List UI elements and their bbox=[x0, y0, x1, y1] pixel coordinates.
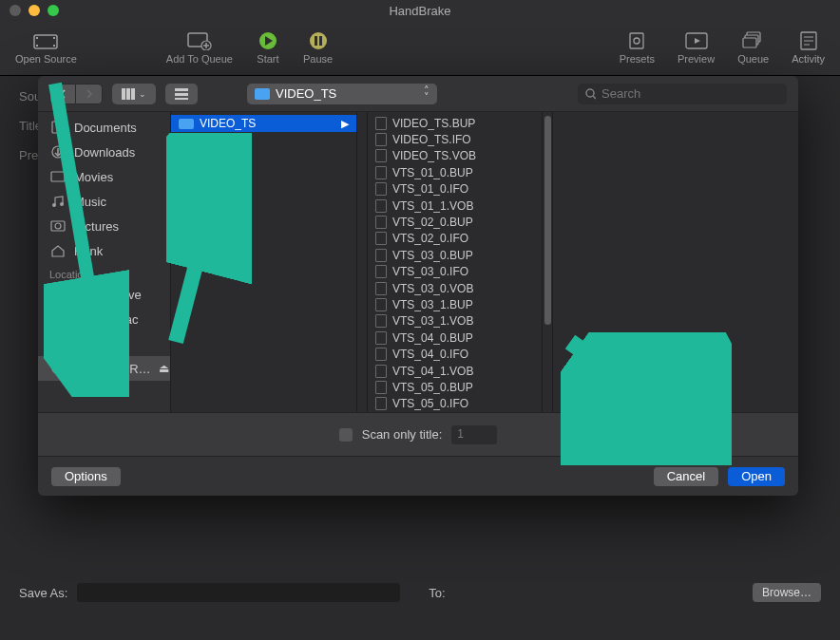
open-button[interactable]: Open bbox=[728, 467, 785, 486]
main-toolbar: Open Source Add To Queue Start Pause Pre… bbox=[0, 21, 840, 76]
column-2-scrollbar[interactable] bbox=[543, 112, 553, 412]
document-icon bbox=[375, 331, 387, 345]
svg-rect-29 bbox=[175, 93, 188, 96]
sidebar-location-item[interactable]: HUNK bbox=[38, 331, 170, 356]
sidebar-item-label: Downloads bbox=[74, 145, 135, 160]
eject-icon[interactable]: ⏏ bbox=[159, 362, 169, 375]
to-label: To: bbox=[429, 586, 445, 600]
svg-rect-27 bbox=[131, 88, 135, 100]
file-name: VIDEO_TS.IFO bbox=[392, 133, 471, 146]
sidebar-item-downloads[interactable]: Downloads bbox=[38, 140, 170, 164]
file-name: VTS_03_1.VOB bbox=[392, 314, 473, 328]
nav-back-button[interactable] bbox=[49, 84, 76, 104]
cancel-button[interactable]: Cancel bbox=[654, 467, 718, 486]
sidebar-item-documents[interactable]: Documents bbox=[38, 115, 170, 140]
preview-button[interactable]: Preview bbox=[666, 31, 726, 65]
file-row[interactable]: VTS_03_1.BUP bbox=[368, 296, 542, 312]
columns-icon bbox=[122, 88, 135, 100]
close-window-icon[interactable] bbox=[10, 5, 21, 16]
svg-rect-43 bbox=[52, 341, 64, 348]
column-1-folder-selected[interactable]: VIDEO_TS ▶ bbox=[171, 115, 356, 132]
group-by-button[interactable] bbox=[165, 84, 198, 104]
sidebar-location-item[interactable]: Hunk's Mac bbox=[38, 307, 170, 331]
column-3[interactable] bbox=[553, 112, 798, 412]
column-2[interactable]: VIDEO_TS.BUPVIDEO_TS.IFOVIDEO_TS.VOBVTS_… bbox=[368, 112, 543, 412]
file-row[interactable]: VTS_01_0.IFO bbox=[368, 181, 542, 198]
sheet-body: DocumentsDownloadsMoviesMusicPicturesHun… bbox=[38, 112, 798, 412]
view-mode-button[interactable]: ⌄ bbox=[112, 84, 156, 104]
open-source-button[interactable]: Open Source bbox=[4, 31, 88, 65]
preview-icon bbox=[684, 31, 709, 50]
file-name: VTS_01_0.IFO bbox=[392, 182, 468, 196]
file-row[interactable]: VTS_05_0.IFO bbox=[368, 396, 542, 412]
path-dropdown[interactable]: VIDEO_TS ˄˅ bbox=[247, 84, 437, 104]
chevron-right-icon: ▶ bbox=[341, 118, 349, 130]
title-bar: HandBrake bbox=[0, 0, 840, 21]
movies-icon bbox=[49, 170, 67, 183]
file-row[interactable]: VTS_03_0.BUP bbox=[368, 247, 542, 263]
file-name: VTS_04_1.VOB bbox=[392, 365, 473, 378]
queue-button[interactable]: Queue bbox=[726, 31, 780, 65]
svg-point-40 bbox=[55, 223, 61, 229]
path-label: VIDEO_TS bbox=[276, 86, 336, 101]
file-row[interactable]: VTS_02_0.IFO bbox=[368, 231, 542, 247]
svg-rect-3 bbox=[53, 37, 55, 39]
file-row[interactable]: VTS_03_0.VOB bbox=[368, 280, 542, 296]
presets-button[interactable]: Presets bbox=[608, 31, 666, 65]
column-1-scrollbar[interactable] bbox=[357, 112, 368, 412]
zoom-window-icon[interactable] bbox=[48, 5, 59, 16]
activity-button[interactable]: Activity bbox=[780, 31, 836, 65]
file-row[interactable]: VTS_01_0.BUP bbox=[368, 164, 542, 180]
file-row[interactable]: VTS_03_0.IFO bbox=[368, 264, 542, 280]
svg-point-37 bbox=[52, 203, 56, 207]
svg-rect-2 bbox=[36, 45, 38, 47]
options-button[interactable]: Options bbox=[51, 467, 121, 486]
file-name: VTS_02_0.IFO bbox=[392, 232, 468, 245]
drive-icon bbox=[49, 288, 67, 301]
add-to-queue-button[interactable]: Add To Queue bbox=[155, 31, 244, 65]
documents-icon bbox=[49, 121, 67, 134]
file-row[interactable]: VTS_04_1.VOB bbox=[368, 363, 542, 379]
file-row[interactable]: VIDEO_TS.VOB bbox=[368, 148, 542, 164]
file-row[interactable]: VIDEO_TS.BUP bbox=[368, 115, 542, 131]
file-name: VIDEO_TS.BUP bbox=[392, 117, 475, 130]
sidebar-item-pictures[interactable]: Pictures bbox=[38, 214, 170, 238]
scan-only-title-checkbox[interactable] bbox=[339, 428, 353, 442]
sidebar-item-label: Music bbox=[74, 195, 106, 209]
save-as-input[interactable] bbox=[77, 583, 400, 602]
nav-forward-button[interactable] bbox=[76, 84, 103, 104]
document-icon bbox=[375, 232, 387, 245]
svg-rect-36 bbox=[51, 172, 65, 181]
sidebar-item-movies[interactable]: Movies bbox=[38, 164, 170, 189]
stack-icon bbox=[741, 31, 766, 50]
sidebar-location-item[interactable]: TOY_STOR…⏏ bbox=[38, 356, 170, 381]
sidebar-item-label: iCloud Drive bbox=[74, 288, 142, 302]
file-row[interactable]: VTS_05_0.BUP bbox=[368, 379, 542, 395]
image-plus-icon bbox=[187, 31, 212, 50]
sidebar-item-hunk[interactable]: Hunk bbox=[38, 238, 170, 263]
sidebar-item-music[interactable]: Music bbox=[38, 189, 170, 214]
sidebar-location-item[interactable]: iCloud Drive bbox=[38, 282, 170, 307]
pause-button[interactable]: Pause bbox=[292, 31, 344, 65]
minimize-window-icon[interactable] bbox=[29, 5, 40, 16]
file-name: VTS_04_0.IFO bbox=[392, 348, 468, 361]
file-row[interactable]: VTS_01_1.VOB bbox=[368, 198, 542, 214]
file-name: VTS_03_1.BUP bbox=[392, 298, 473, 311]
scan-only-title-input[interactable]: 1 bbox=[451, 425, 497, 444]
svg-point-41 bbox=[52, 292, 64, 299]
search-field[interactable] bbox=[578, 84, 787, 104]
start-button[interactable]: Start bbox=[244, 31, 292, 65]
file-row[interactable]: VTS_04_0.BUP bbox=[368, 329, 542, 346]
document-icon bbox=[375, 265, 387, 278]
sidebar-item-label: TOY_STOR… bbox=[72, 362, 151, 376]
file-row[interactable]: VTS_02_0.BUP bbox=[368, 214, 542, 230]
file-row[interactable]: VTS_04_0.IFO bbox=[368, 346, 542, 362]
search-input[interactable] bbox=[601, 86, 779, 101]
document-icon bbox=[375, 216, 387, 229]
document-icon bbox=[375, 282, 387, 295]
column-1[interactable]: VIDEO_TS ▶ bbox=[171, 112, 357, 412]
file-row[interactable]: VTS_03_1.VOB bbox=[368, 313, 542, 329]
browse-button[interactable]: Browse… bbox=[753, 583, 821, 602]
file-row[interactable]: VIDEO_TS.IFO bbox=[368, 131, 542, 147]
gear-doc-icon bbox=[624, 31, 649, 50]
